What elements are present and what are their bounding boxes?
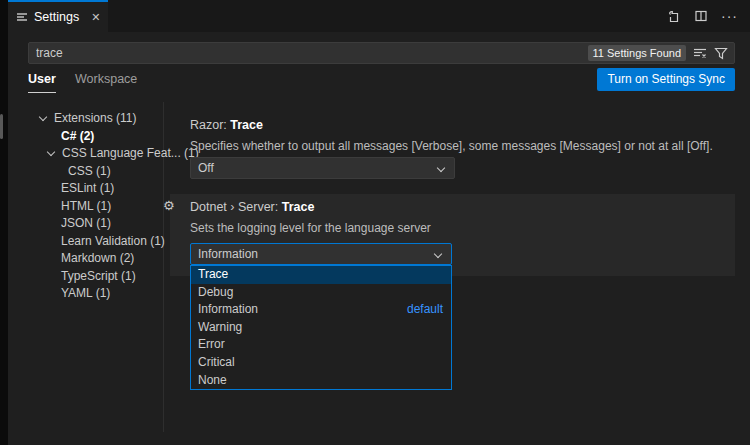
chevron-down-icon (437, 164, 445, 172)
select-value: Off (198, 161, 214, 175)
setting-title-dotnet-server-trace: Dotnet › Server: Trace (190, 200, 314, 214)
option-label: Trace (198, 266, 228, 284)
window-left-edge (0, 0, 8, 445)
chevron-down-icon (434, 250, 442, 258)
option-information[interactable]: Information default (191, 301, 451, 319)
settings-search-box: 11 Settings Found (28, 42, 735, 64)
toc-item-typescript[interactable]: TypeScript (1) (61, 267, 136, 285)
toc-label: TypeScript (1) (61, 269, 136, 283)
toc-label: CSS Language Feat... (1) (62, 146, 199, 160)
open-settings-json-icon[interactable] (666, 9, 681, 24)
toc-item-eslint[interactable]: ESLint (1) (61, 179, 114, 197)
option-label: Critical (198, 354, 235, 372)
editor-tab-bar: Settings ✕ ··· (8, 0, 750, 32)
toc-item-json[interactable]: JSON (1) (61, 214, 111, 232)
toc-label: C# (2) (61, 129, 94, 143)
toc-label: YAML (1) (61, 286, 110, 300)
toc-item-extensions[interactable]: Extensions (11) (40, 109, 136, 127)
option-error[interactable]: Error (191, 336, 451, 354)
results-count-badge: 11 Settings Found (588, 45, 686, 61)
option-label: Debug (198, 284, 233, 302)
toc-label: Markdown (2) (61, 251, 134, 265)
search-controls: 11 Settings Found (588, 45, 734, 61)
option-label: None (198, 372, 227, 390)
toc-item-html[interactable]: HTML (1) (61, 197, 111, 215)
option-warning[interactable]: Warning (191, 319, 451, 337)
setting-description-dotnet-server-trace: Sets the logging level for the language … (190, 221, 431, 235)
default-value-tag: default (407, 301, 443, 319)
tab-user[interactable]: User (28, 72, 56, 93)
settings-toc: Extensions (11) C# (2) CSS Language Feat… (8, 108, 162, 308)
dropdown-options-list: Trace Debug Information default Warning … (190, 265, 452, 390)
setting-key: Trace (230, 118, 263, 132)
setting-category: Razor: (190, 118, 230, 132)
setting-title-razor-trace: Razor: Trace (190, 118, 263, 132)
toc-label: CSS (1) (68, 164, 111, 178)
toc-item-learn-validation[interactable]: Learn Validation (1) (61, 232, 165, 250)
tab-title: Settings (34, 10, 79, 24)
clear-search-icon[interactable] (693, 46, 707, 60)
settings-editor-icon (16, 11, 28, 23)
toc-item-css[interactable]: CSS (1) (68, 162, 111, 180)
toc-item-yaml[interactable]: YAML (1) (61, 284, 110, 302)
mini-scrollbar-thumb[interactable] (0, 114, 3, 139)
select-value: Information (198, 247, 258, 261)
vscode-settings-window: Settings ✕ ··· 11 Sett (0, 0, 750, 445)
option-label: Error (198, 336, 225, 354)
more-actions-icon[interactable]: ··· (721, 11, 738, 21)
option-none[interactable]: None (191, 372, 451, 390)
close-icon[interactable]: ✕ (91, 11, 100, 24)
turn-on-settings-sync-button[interactable]: Turn on Settings Sync (597, 68, 735, 91)
option-label: Warning (198, 319, 242, 337)
settings-header-row: User Workspace Turn on Settings Sync (28, 70, 735, 96)
toc-item-markdown[interactable]: Markdown (2) (61, 249, 134, 267)
split-editor-icon[interactable] (694, 9, 708, 23)
setting-category: Dotnet › Server: (190, 200, 282, 214)
option-trace[interactable]: Trace (191, 266, 451, 284)
toc-label: Learn Validation (1) (61, 234, 165, 248)
filter-icon[interactable] (714, 47, 728, 60)
dotnet-server-trace-select[interactable]: Information (190, 243, 452, 265)
toc-label: JSON (1) (61, 216, 111, 230)
search-input[interactable] (29, 43, 588, 63)
setting-description-razor-trace: Specifies whether to output all messages… (190, 139, 713, 153)
setting-key: Trace (282, 200, 315, 214)
toc-label: Extensions (11) (54, 111, 136, 125)
tab-bar-actions: ··· (666, 0, 738, 32)
tab-workspace[interactable]: Workspace (75, 72, 137, 86)
option-critical[interactable]: Critical (191, 354, 451, 372)
chevron-down-icon (39, 112, 47, 120)
chevron-down-icon (47, 147, 55, 155)
toc-item-css-language-features[interactable]: CSS Language Feat... (1) (48, 144, 199, 162)
toc-item-csharp[interactable]: C# (2) (61, 127, 94, 145)
toc-label: HTML (1) (61, 199, 111, 213)
tab-settings[interactable]: Settings ✕ (8, 0, 108, 32)
gear-icon[interactable]: ⚙ (163, 198, 175, 213)
option-label: Information (198, 301, 258, 319)
toc-label: ESLint (1) (61, 181, 114, 195)
option-debug[interactable]: Debug (191, 284, 451, 302)
razor-trace-select[interactable]: Off (190, 157, 455, 179)
